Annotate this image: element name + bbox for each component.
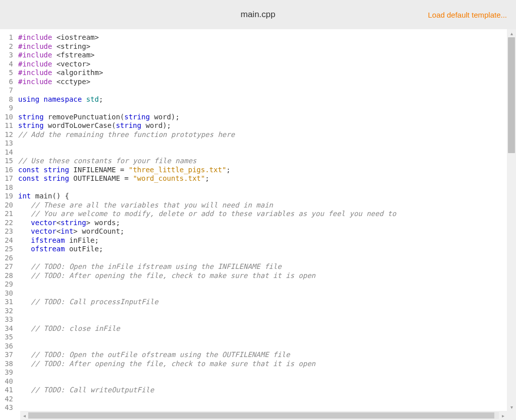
line-number: 41: [4, 386, 13, 395]
code-editor[interactable]: 1234567891011121314151617181920212223242…: [0, 29, 516, 411]
scroll-left-icon[interactable]: ◂: [20, 413, 28, 418]
line-number: 12: [4, 130, 13, 139]
line-number: 32: [4, 307, 13, 316]
code-line[interactable]: // TODO: After opening the file, check t…: [18, 360, 503, 369]
line-number: 17: [4, 174, 13, 183]
line-number: 25: [4, 245, 13, 254]
line-number: 14: [4, 148, 13, 157]
code-line[interactable]: const string INFILENAME = "three_little_…: [18, 166, 503, 175]
line-number: 22: [4, 219, 13, 228]
vertical-scrollbar[interactable]: ▴ ▾: [507, 29, 516, 411]
code-line[interactable]: // Use these constants for your file nam…: [18, 157, 503, 166]
code-area[interactable]: 1234567891011121314151617181920212223242…: [0, 29, 507, 411]
line-number: 34: [4, 324, 13, 333]
code-line[interactable]: #include <iostream>: [18, 33, 503, 42]
scroll-down-icon[interactable]: ▾: [507, 403, 516, 411]
line-number: 28: [4, 271, 13, 281]
line-number: 40: [4, 377, 13, 386]
load-template-link[interactable]: Load default template...: [428, 11, 507, 19]
code-line[interactable]: ifstream inFile;: [18, 236, 503, 245]
line-number: 36: [4, 342, 13, 351]
line-number: 39: [4, 368, 13, 377]
code-line[interactable]: // TODO: Call writeOutputFile: [18, 386, 503, 395]
code-line[interactable]: string wordToLowerCase(string word);: [18, 121, 503, 130]
scroll-right-icon[interactable]: ▸: [499, 413, 507, 418]
line-number: 37: [4, 351, 13, 360]
code-line[interactable]: #include <cctype>: [18, 78, 503, 87]
code-line[interactable]: [18, 315, 503, 324]
code-line[interactable]: [18, 183, 503, 192]
code-line[interactable]: [18, 368, 503, 377]
code-line[interactable]: #include <string>: [18, 42, 503, 51]
code-line[interactable]: [18, 148, 503, 157]
code-line[interactable]: [18, 86, 503, 95]
horizontal-scroll-thumb[interactable]: [28, 412, 494, 418]
code-line[interactable]: // TODO: Open the outFile ofstream using…: [18, 351, 503, 360]
line-number: 43: [4, 403, 13, 411]
line-number-gutter: 1234567891011121314151617181920212223242…: [0, 29, 16, 411]
code-line[interactable]: // TODO: After opening the file, check t…: [18, 271, 503, 281]
code-line[interactable]: [18, 280, 503, 289]
code-line[interactable]: #include <vector>: [18, 60, 503, 69]
line-number: 26: [4, 254, 13, 263]
line-number: 30: [4, 289, 13, 298]
line-number: 15: [4, 157, 13, 166]
line-number: 21: [4, 209, 13, 219]
code-line[interactable]: [18, 342, 503, 351]
horizontal-scroll-track[interactable]: [28, 412, 499, 419]
line-number: 11: [4, 121, 13, 130]
line-number: 4: [4, 60, 13, 69]
line-number: 24: [4, 236, 13, 245]
code-line[interactable]: [18, 403, 503, 411]
code-line[interactable]: #include <algorithm>: [18, 68, 503, 78]
code-line[interactable]: using namespace std;: [18, 95, 503, 104]
code-line[interactable]: #include <fstream>: [18, 51, 503, 60]
code-line[interactable]: vector<string> words;: [18, 219, 503, 228]
line-number: 20: [4, 201, 13, 210]
line-number: 9: [4, 104, 13, 113]
line-number: 3: [4, 51, 13, 60]
code-line[interactable]: [18, 289, 503, 298]
code-line[interactable]: // You are welcome to modify, delete or …: [18, 209, 503, 219]
line-number: 1: [4, 33, 13, 42]
code-line[interactable]: // These are all the variables that you …: [18, 201, 503, 210]
code-line[interactable]: vector<int> wordCount;: [18, 227, 503, 236]
line-number: 6: [4, 78, 13, 87]
code-line[interactable]: // TODO: Call processInputFile: [18, 298, 503, 307]
line-number: 38: [4, 360, 13, 369]
code-line[interactable]: string removePunctuation(string word);: [18, 113, 503, 122]
code-line[interactable]: [18, 377, 503, 386]
code-line[interactable]: [18, 104, 503, 113]
line-number: 23: [4, 227, 13, 236]
code-line[interactable]: [18, 254, 503, 263]
line-number: 29: [4, 280, 13, 289]
line-number: 33: [4, 315, 13, 324]
line-number: 27: [4, 262, 13, 271]
line-number: 18: [4, 183, 13, 192]
line-number: 19: [4, 192, 13, 201]
line-number: 10: [4, 113, 13, 122]
code-line[interactable]: // TODO: Open the inFile ifstream using …: [18, 262, 503, 271]
scroll-up-icon[interactable]: ▴: [507, 29, 516, 37]
line-number: 31: [4, 298, 13, 307]
line-number: 8: [4, 95, 13, 104]
line-number: 2: [4, 42, 13, 51]
code-line[interactable]: [18, 395, 503, 404]
line-number: 16: [4, 166, 13, 175]
code-line[interactable]: [18, 333, 503, 342]
code-line[interactable]: int main() {: [18, 192, 503, 201]
code-line[interactable]: ofstream outFile;: [18, 245, 503, 254]
code-line[interactable]: // Add the remaining three function prot…: [18, 130, 503, 139]
code-line[interactable]: [18, 139, 503, 148]
line-number: 35: [4, 333, 13, 342]
code-line[interactable]: // TODO: close inFile: [18, 324, 503, 333]
code-line[interactable]: [18, 307, 503, 316]
vertical-scroll-thumb[interactable]: [508, 37, 515, 153]
filename-label: main.cpp: [241, 10, 276, 20]
code-lines[interactable]: #include <iostream>#include <string>#inc…: [16, 29, 507, 411]
line-number: 5: [4, 68, 13, 78]
scroll-corner: [507, 411, 516, 420]
line-number: 13: [4, 139, 13, 148]
horizontal-scrollbar[interactable]: ◂ ▸: [20, 411, 507, 420]
code-line[interactable]: const string OUTFILENAME = "word_counts.…: [18, 174, 503, 183]
